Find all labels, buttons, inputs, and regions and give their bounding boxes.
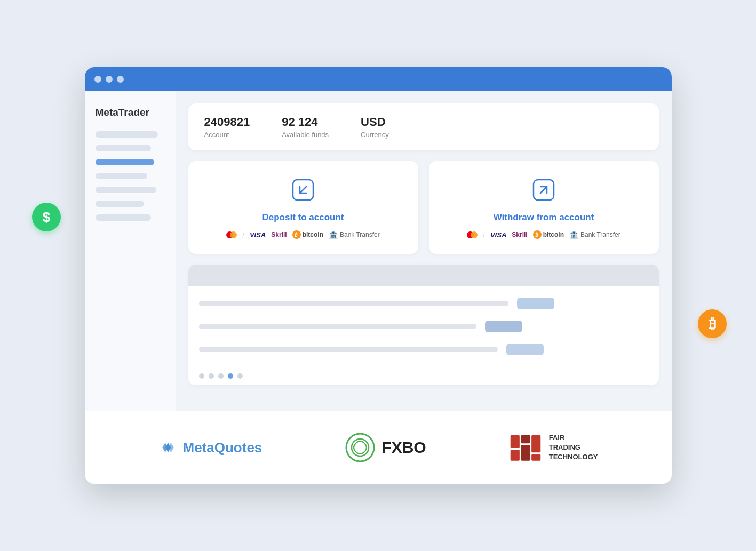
mastercard-icon-2 — [467, 231, 478, 238]
deposit-icon — [291, 178, 315, 205]
bitcoin-label: bitcoin — [303, 231, 323, 238]
sidebar-item-active[interactable] — [96, 159, 155, 165]
withdraw-payment-methods: / VISA Skrill ₿ bitcoin 🏦 Bank Transfer — [467, 230, 620, 239]
account-funds-label: Available funds — [282, 131, 329, 139]
table-row — [199, 292, 648, 315]
withdraw-card[interactable]: Withdraw from account / VISA Skrill ₿ bi… — [429, 161, 659, 254]
account-funds-item: 92 124 Available funds — [282, 115, 329, 139]
svg-rect-6 — [521, 435, 530, 443]
deposit-card[interactable]: Deposit to account / VISA Skrill ₿ bitco… — [188, 161, 418, 254]
row-button-1[interactable] — [517, 298, 554, 309]
withdraw-skrill: Skrill — [512, 231, 527, 238]
bank-icon-2: 🏦 — [569, 230, 578, 239]
svg-rect-7 — [521, 445, 530, 461]
withdraw-icon — [532, 178, 555, 205]
pagination-dot-1[interactable] — [199, 373, 204, 379]
deposit-bank-transfer: 🏦 Bank Transfer — [329, 230, 380, 239]
table-section — [188, 265, 659, 385]
withdraw-mastercard — [467, 231, 478, 238]
bitcoin-circle-icon-2: ₿ — [533, 230, 542, 239]
fxbo-icon — [345, 433, 375, 462]
table-rows — [188, 286, 659, 367]
browser-window: MetaTrader 2409821 Account 92 124 Availa… — [85, 67, 672, 484]
sidebar-item-6[interactable] — [96, 201, 144, 207]
deposit-visa: VISA — [250, 231, 266, 239]
ftt-icon — [510, 434, 542, 461]
withdraw-visa: VISA — [490, 231, 506, 239]
sidebar-item-7[interactable] — [96, 214, 151, 221]
table-row — [199, 315, 648, 338]
svg-rect-9 — [531, 454, 540, 461]
bitcoin-label-2: bitcoin — [543, 231, 564, 238]
deposit-bitcoin: ₿ bitcoin — [292, 230, 323, 239]
svg-rect-8 — [531, 435, 540, 453]
row-bar-2 — [199, 324, 476, 329]
svg-rect-4 — [510, 435, 519, 448]
fxbo-text: FXBO — [381, 438, 426, 457]
pagination-dot-2[interactable] — [209, 373, 214, 379]
table-header-bar — [188, 265, 659, 286]
bitcoin-circle-icon: ₿ — [292, 230, 301, 239]
account-funds: 92 124 — [282, 115, 329, 129]
sidebar: MetaTrader — [85, 91, 176, 411]
deposit-payment-methods: / VISA Skrill ₿ bitcoin 🏦 Bank Transfer — [226, 230, 379, 239]
svg-point-2 — [346, 434, 374, 461]
account-number-label: Account — [204, 131, 250, 139]
withdraw-bank-transfer: 🏦 Bank Transfer — [569, 230, 620, 239]
cards-row: Deposit to account / VISA Skrill ₿ bitco… — [188, 161, 659, 254]
sidebar-item-1[interactable] — [96, 131, 158, 138]
svg-rect-5 — [510, 450, 519, 461]
deposit-title: Deposit to account — [262, 212, 344, 223]
sidebar-title: MetaTrader — [96, 107, 165, 118]
row-bar-1 — [199, 301, 508, 306]
sidebar-item-2[interactable] — [96, 145, 151, 151]
metaquotes-text: MetaQuotes — [183, 440, 262, 456]
footer-section: MetaQuotes FXBO — [85, 411, 672, 484]
float-bitcoin-badge: ₿ — [698, 309, 727, 338]
deposit-mastercard — [226, 231, 237, 238]
ftt-logo: FAIR TRADING TECHNOLOGY — [510, 433, 598, 462]
float-dollar-badge: $ — [32, 203, 61, 231]
account-number-item: 2409821 Account — [204, 115, 250, 139]
withdraw-bitcoin: ₿ bitcoin — [533, 230, 564, 239]
metaquotes-icon — [158, 438, 178, 457]
ftt-name-line3: TECHNOLOGY — [549, 452, 598, 462]
ftt-text: FAIR TRADING TECHNOLOGY — [549, 433, 598, 462]
deposit-skrill: Skrill — [271, 231, 287, 238]
main-content: 2409821 Account 92 124 Available funds U… — [176, 91, 672, 411]
bitcoin-icon: ₿ — [709, 316, 716, 332]
bank-icon: 🏦 — [329, 230, 338, 239]
account-currency-label: Currency — [361, 131, 389, 139]
pagination-dot-5[interactable] — [237, 373, 243, 379]
sidebar-item-5[interactable] — [96, 187, 156, 193]
fxbo-logo: FXBO — [345, 433, 426, 462]
account-bar: 2409821 Account 92 124 Available funds U… — [188, 103, 659, 150]
row-button-3[interactable] — [506, 344, 544, 355]
pagination — [188, 367, 659, 385]
account-currency-item: USD Currency — [361, 115, 389, 139]
row-bar-3 — [199, 347, 498, 352]
dollar-icon: $ — [43, 209, 50, 226]
account-number: 2409821 — [204, 115, 250, 129]
browser-dot-1 — [94, 76, 101, 83]
browser-dot-3 — [117, 76, 124, 83]
pagination-dot-4[interactable] — [228, 373, 233, 379]
metaquotes-logo: MetaQuotes — [158, 438, 262, 457]
browser-dot-2 — [106, 76, 113, 83]
ftt-name-line2: TRADING — [549, 443, 598, 452]
table-row — [199, 338, 648, 361]
browser-content: MetaTrader 2409821 Account 92 124 Availa… — [85, 91, 672, 411]
account-currency: USD — [361, 115, 389, 129]
row-button-2[interactable] — [485, 321, 522, 332]
pagination-dot-3[interactable] — [218, 373, 224, 379]
browser-titlebar — [85, 67, 672, 91]
sidebar-item-4[interactable] — [96, 173, 148, 179]
mastercard-icon — [226, 231, 237, 238]
withdraw-title: Withdraw from account — [494, 212, 594, 223]
ftt-name-line1: FAIR — [549, 433, 598, 443]
